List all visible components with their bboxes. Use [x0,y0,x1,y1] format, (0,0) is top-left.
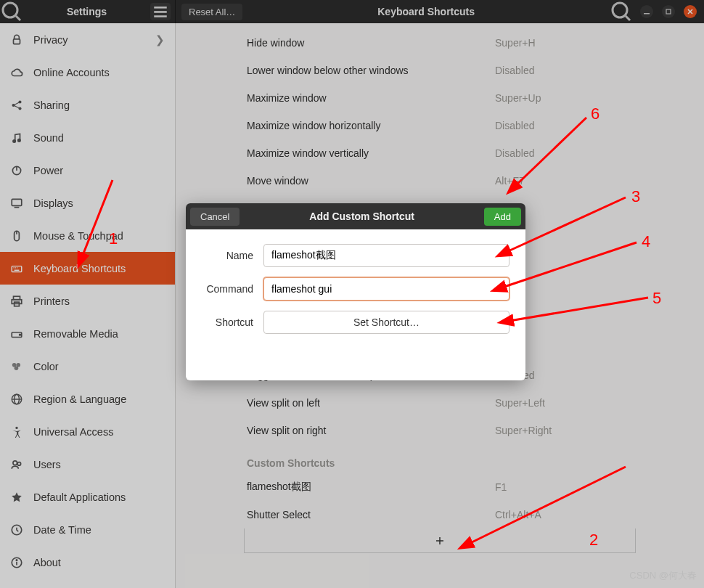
shortcut-row[interactable]: View split on rightSuper+Right [244,417,636,444]
dialog-title: Add Custom Shortcut [240,211,483,222]
search-button-left[interactable] [0,0,23,23]
svg-rect-3 [154,11,167,13]
shortcut-row[interactable]: Move windowAlt+F7 [244,167,636,195]
shortcut-row[interactable]: View split on leftSuper+Left [244,389,636,417]
dialog-header: Cancel Add Custom Shortcut Add [186,203,525,229]
svg-rect-7 [644,13,650,15]
set-shortcut-button[interactable]: Set Shortcut… [263,311,509,334]
shortcut-row[interactable]: Maximize window verticallyDisabled [244,139,636,167]
share-icon [10,99,23,112]
shortcut-row[interactable]: Maximize windowSuper+Up [244,84,636,112]
sidebar-item-keyboard-shortcuts[interactable]: Keyboard Shortcuts [0,252,175,285]
window-controls [640,5,697,18]
sidebar-item-label: Users [33,459,61,470]
globe-icon [10,393,23,406]
add-custom-shortcut-dialog: Cancel Add Custom Shortcut Add Name Comm… [186,203,525,380]
sidebar-item-label: Color [33,361,59,372]
lock-icon [10,33,23,46]
display-icon [10,197,23,210]
svg-point-34 [20,334,21,335]
search-button-right[interactable] [610,0,633,23]
sidebar-item-sound[interactable]: Sound [0,121,175,154]
hamburger-menu-button[interactable] [150,3,171,20]
titlebar: Settings Reset All… Keyboard Shortcuts [0,0,704,23]
shortcut-row[interactable]: Maximize window horizontallyDisabled [244,112,636,139]
shortcut-label: Shutter Select [247,509,495,520]
add-button[interactable]: Add [484,208,521,226]
svg-rect-11 [14,38,20,44]
shortcut-value: Disabled [495,120,633,131]
sidebar-item-region-language[interactable]: Region & Language [0,383,175,415]
sidebar-item-label: Printers [33,295,70,307]
cloud-icon [10,66,23,79]
svg-point-14 [18,107,21,110]
add-shortcut-button[interactable] [244,528,636,553]
sidebar-item-about[interactable]: About [0,546,175,579]
shortcut-row[interactable]: Hide windowSuper+H [244,29,636,57]
printer-icon [10,295,23,308]
sidebar-item-label: About [33,557,61,568]
clock-icon [10,523,23,536]
dialog-body: Name Command Shortcut Set Shortcut… [186,229,525,380]
sidebar-item-power[interactable]: Power [0,154,175,187]
sidebar-item-label: Removable Media [33,328,118,340]
shortcut-value: Disabled [495,147,633,159]
settings-sidebar: Privacy❯Online AccountsSharingSoundPower… [0,23,176,588]
shortcut-value: F1 [495,481,633,493]
command-input[interactable] [263,277,509,301]
close-button[interactable] [684,5,697,18]
shortcut-row[interactable]: Lower window below other windowsDisabled [244,57,636,84]
sidebar-item-label: Universal Access [33,426,113,438]
shortcut-label: flameshot截图 [247,481,495,494]
sidebar-item-label: Privacy [33,34,68,46]
settings-title: Settings [23,6,150,17]
minimize-button[interactable] [640,5,653,18]
svg-point-17 [13,139,15,142]
accessibility-icon [10,425,23,438]
name-label: Name [202,250,263,261]
svg-point-47 [16,559,17,560]
shortcut-value: Disabled [495,65,633,76]
name-input[interactable] [263,244,509,267]
power-icon [10,164,23,177]
sidebar-item-printers[interactable]: Printers [0,285,175,317]
sidebar-item-displays[interactable]: Displays [0,187,175,219]
svg-point-18 [18,139,20,141]
sidebar-item-privacy[interactable]: Privacy❯ [0,23,175,56]
custom-shortcut-row[interactable]: Shutter SelectCtrl+Alt+A [244,501,636,528]
shortcut-value: Alt+F7 [495,175,633,187]
custom-shortcuts-header: Custom Shortcuts [244,444,636,473]
cancel-button[interactable]: Cancel [190,208,240,226]
shortcut-value: Super+Right [495,425,633,436]
sidebar-item-default-applications[interactable]: Default Applications [0,481,175,513]
svg-point-12 [12,103,15,106]
command-label: Command [202,283,263,295]
shortcut-label: Maximize window horizontally [247,120,495,131]
maximize-button[interactable] [662,5,675,18]
shortcut-label: Lower window below other windows [247,65,495,76]
star-icon [10,491,23,504]
watermark: CSDN @何大春 [629,569,697,582]
sidebar-item-color[interactable]: Color [0,350,175,383]
sidebar-item-date-time[interactable]: Date & Time [0,513,175,546]
sidebar-item-mouse-touchpad[interactable]: Mouse & Touchpad [0,219,175,252]
reset-all-button[interactable]: Reset All… [181,4,242,20]
shortcut-row[interactable]: Close windowAlt+F4 [244,23,636,29]
svg-point-13 [18,100,21,103]
users-icon [10,458,23,471]
sidebar-item-removable-media[interactable]: Removable Media [0,317,175,350]
sidebar-item-universal-access[interactable]: Universal Access [0,415,175,448]
sidebar-item-label: Displays [33,197,73,209]
sidebar-item-label: Online Accounts [33,67,110,78]
music-icon [10,131,23,144]
shortcut-value: Super+H [495,37,633,49]
sidebar-item-sharing[interactable]: Sharing [0,89,175,121]
svg-point-42 [13,460,17,465]
shortcut-label: Shortcut [202,317,263,328]
sidebar-item-users[interactable]: Users [0,448,175,481]
sidebar-item-label: Region & Language [33,393,126,405]
color-icon [10,360,23,373]
sidebar-item-online-accounts[interactable]: Online Accounts [0,56,175,89]
custom-shortcut-row[interactable]: flameshot截图F1 [244,473,636,501]
svg-point-41 [15,426,17,428]
